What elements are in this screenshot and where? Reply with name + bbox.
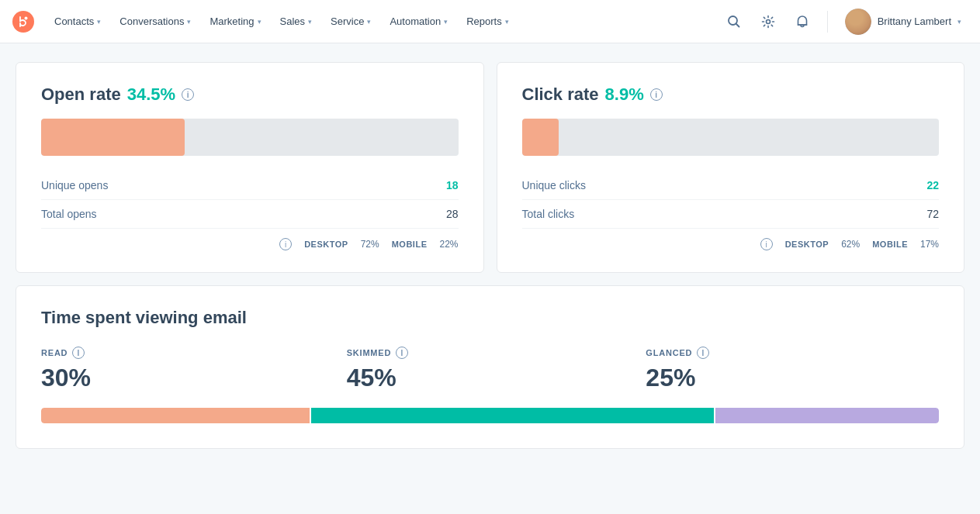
avatar	[845, 9, 871, 35]
glanced-metric: GLANCED i 25%	[639, 347, 939, 392]
user-chevron-icon: ▾	[957, 18, 961, 26]
total-clicks-row: Total clicks 72	[522, 200, 940, 229]
notifications-button[interactable]	[788, 8, 816, 36]
navbar: Contacts ▾ Conversations ▾ Marketing ▾ S…	[0, 0, 980, 43]
open-rate-card: Open rate 34.5% i Unique opens 18 Total …	[16, 62, 484, 273]
read-value: 30%	[41, 364, 334, 392]
unique-clicks-value: 22	[926, 179, 939, 191]
click-device-info: i DESKTOP 62% MOBILE 17%	[522, 238, 940, 250]
time-bar-skimmed-fill	[311, 408, 714, 423]
nav-item-conversations[interactable]: Conversations ▾	[112, 11, 199, 32]
click-rate-card: Click rate 8.9% i Unique clicks 22 Total…	[497, 62, 965, 273]
glanced-label: GLANCED i	[646, 347, 933, 359]
user-profile[interactable]: Brittany Lambert ▾	[839, 5, 968, 38]
hubspot-logo[interactable]	[12, 11, 34, 33]
svg-point-2	[729, 16, 737, 25]
chevron-down-icon: ▾	[258, 18, 261, 26]
skimmed-info-icon[interactable]: i	[396, 347, 408, 359]
time-bar-glanced-fill	[715, 408, 939, 423]
open-device-info-icon[interactable]: i	[279, 238, 292, 250]
chevron-down-icon: ▾	[505, 18, 509, 26]
open-mobile-pct: 22%	[439, 239, 458, 250]
svg-point-3	[766, 19, 770, 23]
skimmed-value: 45%	[347, 364, 634, 392]
total-opens-value: 28	[446, 208, 459, 220]
time-bar	[41, 408, 939, 423]
time-bar-read-fill	[41, 408, 310, 423]
click-rate-info-icon[interactable]: i	[650, 88, 663, 101]
open-rate-progress-bar	[41, 119, 459, 156]
click-rate-value: 8.9%	[605, 85, 644, 105]
chevron-down-icon: ▾	[367, 18, 371, 26]
nav-item-contacts[interactable]: Contacts ▾	[47, 11, 109, 32]
unique-opens-value: 18	[446, 179, 459, 191]
time-spent-card: Time spent viewing email READ i 30% SKIM…	[16, 285, 964, 449]
nav-item-automation[interactable]: Automation ▾	[382, 11, 455, 32]
open-rate-value: 34.5%	[127, 85, 175, 105]
skimmed-label: SKIMMED i	[347, 347, 634, 359]
nav-item-marketing[interactable]: Marketing ▾	[202, 11, 268, 32]
nav-item-reports[interactable]: Reports ▾	[459, 11, 517, 32]
metrics-cards-row: Open rate 34.5% i Unique opens 18 Total …	[16, 62, 964, 273]
time-card-title: Time spent viewing email	[41, 308, 939, 328]
time-metrics-row: READ i 30% SKIMMED i 45% GLANCED i 25%	[41, 347, 939, 392]
click-desktop-pct: 62%	[841, 239, 860, 250]
click-rate-title: Click rate 8.9% i	[522, 85, 940, 105]
nav-item-sales[interactable]: Sales ▾	[272, 11, 320, 32]
read-label: READ i	[41, 347, 334, 359]
navbar-right: Brittany Lambert ▾	[720, 5, 968, 38]
read-metric: READ i 30%	[41, 347, 341, 392]
total-clicks-value: 72	[926, 208, 939, 220]
total-opens-row: Total opens 28	[41, 200, 459, 229]
skimmed-metric: SKIMMED i 45%	[341, 347, 640, 392]
user-name: Brittany Lambert	[878, 16, 951, 27]
svg-point-1	[25, 16, 28, 19]
chevron-down-icon: ▾	[97, 18, 101, 26]
glanced-info-icon[interactable]: i	[697, 347, 709, 359]
open-rate-info-icon[interactable]: i	[182, 88, 194, 101]
chevron-down-icon: ▾	[308, 18, 312, 26]
chevron-down-icon: ▾	[444, 18, 448, 26]
main-content: Open rate 34.5% i Unique opens 18 Total …	[0, 43, 980, 467]
open-desktop-pct: 72%	[361, 239, 379, 250]
glanced-value: 25%	[646, 364, 933, 392]
chevron-down-icon: ▾	[187, 18, 191, 26]
click-rate-progress-bar	[522, 119, 940, 156]
settings-button[interactable]	[754, 8, 782, 36]
search-button[interactable]	[720, 8, 748, 36]
unique-clicks-row: Unique clicks 22	[522, 171, 940, 200]
svg-point-0	[12, 11, 34, 33]
open-rate-title: Open rate 34.5% i	[41, 85, 459, 105]
nav-divider	[827, 11, 828, 33]
read-info-icon[interactable]: i	[72, 347, 85, 359]
open-device-info: i DESKTOP 72% MOBILE 22%	[41, 238, 459, 250]
click-rate-progress-fill	[522, 119, 559, 156]
unique-opens-row: Unique opens 18	[41, 171, 459, 200]
click-mobile-pct: 17%	[920, 239, 939, 250]
open-rate-progress-fill	[41, 119, 185, 156]
nav-item-service[interactable]: Service ▾	[323, 11, 379, 32]
click-device-info-icon[interactable]: i	[760, 238, 773, 250]
